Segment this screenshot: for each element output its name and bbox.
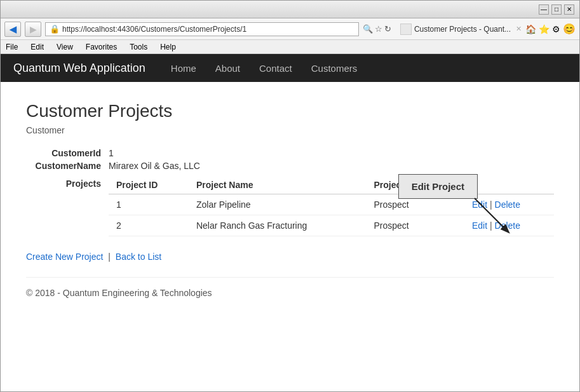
ie-smiley-icon[interactable]: 😊 bbox=[563, 23, 576, 35]
cell-project-state: Prospect bbox=[367, 215, 464, 236]
cell-project-name: Nelar Ranch Gas Fracturing bbox=[189, 215, 367, 236]
table-header: Project ID Project Name Project State bbox=[109, 176, 554, 194]
callout-label: Edit Project bbox=[412, 181, 464, 192]
footer-divider: | bbox=[108, 252, 113, 262]
menu-file[interactable]: File bbox=[3, 41, 20, 53]
col-actions bbox=[464, 176, 554, 194]
customer-name-row: CustomerName Mirarex Oil & Gas, LLC bbox=[26, 161, 554, 171]
copyright: © 2018 - Quantum Engineering & Technolog… bbox=[26, 277, 554, 298]
customer-name-value: Mirarex Oil & Gas, LLC bbox=[109, 161, 200, 171]
address-icons: 🔍 ☆ ↻ bbox=[363, 24, 391, 34]
col-project-name: Project Name bbox=[189, 176, 367, 194]
title-bar-buttons: — □ ✕ bbox=[539, 4, 574, 15]
footer-links: Create New Project | Back to List bbox=[26, 252, 554, 262]
section-label: Customer bbox=[26, 125, 554, 135]
nav-link-customers[interactable]: Customers bbox=[311, 63, 358, 74]
menu-favorites[interactable]: Favorites bbox=[83, 41, 119, 53]
callout-arrow bbox=[471, 195, 516, 240]
tab-title-text: Customer Projects - Quant... bbox=[414, 25, 511, 34]
menu-help[interactable]: Help bbox=[158, 41, 179, 53]
back-button[interactable]: ◀ bbox=[4, 22, 21, 37]
tab-favicon bbox=[400, 24, 412, 35]
refresh-icon[interactable]: ↻ bbox=[384, 24, 391, 34]
bookmark-icon[interactable]: ☆ bbox=[375, 24, 382, 34]
menu-bar: File Edit View Favorites Tools Help bbox=[1, 40, 579, 54]
ie-star-icon[interactable]: ⭐ bbox=[539, 24, 550, 34]
cell-project-id: 1 bbox=[109, 194, 189, 215]
nav-link-home[interactable]: Home bbox=[171, 63, 196, 74]
cell-project-id: 2 bbox=[109, 215, 189, 236]
page-title: Customer Projects bbox=[26, 101, 554, 121]
nav-link-contact[interactable]: Contact bbox=[259, 63, 292, 74]
close-button[interactable]: ✕ bbox=[564, 4, 574, 15]
menu-edit[interactable]: Edit bbox=[28, 41, 46, 53]
app-navbar: Quantum Web Application Home About Conta… bbox=[1, 54, 579, 82]
app-brand: Quantum Web Application bbox=[13, 62, 145, 75]
edit-project-callout: Edit Project bbox=[398, 174, 478, 199]
cell-project-name: Zolar Pipeline bbox=[189, 194, 367, 215]
customer-name-label: CustomerName bbox=[26, 161, 109, 171]
create-new-project-link[interactable]: Create New Project bbox=[26, 252, 103, 262]
address-bar: ◀ ▶ 🔒 https://localhost:44306/Customers/… bbox=[1, 18, 579, 40]
customer-id-label: CustomerId bbox=[26, 148, 109, 158]
menu-view[interactable]: View bbox=[54, 41, 76, 53]
col-project-id: Project ID bbox=[109, 176, 189, 194]
ie-home-icon[interactable]: 🏠 bbox=[525, 24, 536, 34]
url-text: https://localhost:44306/Customers/Custom… bbox=[62, 25, 246, 34]
forward-button[interactable]: ▶ bbox=[25, 22, 41, 37]
nav-link-about[interactable]: About bbox=[215, 63, 240, 74]
menu-tools[interactable]: Tools bbox=[127, 41, 150, 53]
search-icon[interactable]: 🔍 bbox=[363, 24, 373, 34]
svg-line-1 bbox=[475, 198, 508, 232]
maximize-button[interactable]: □ bbox=[551, 4, 562, 15]
customer-id-value: 1 bbox=[109, 148, 114, 158]
tab-close-btn[interactable]: ✕ bbox=[516, 25, 522, 33]
ie-gear-icon[interactable]: ⚙ bbox=[552, 24, 560, 34]
url-bar[interactable]: 🔒 https://localhost:44306/Customers/Cust… bbox=[45, 22, 359, 36]
page-content: Edit Project Customer Projects Customer … bbox=[1, 82, 579, 336]
back-to-list-link[interactable]: Back to List bbox=[116, 252, 161, 262]
minimize-button[interactable]: — bbox=[539, 4, 549, 15]
projects-label: Projects bbox=[26, 176, 109, 236]
customer-id-row: CustomerId 1 bbox=[26, 148, 554, 158]
browser-window: — □ ✕ ◀ ▶ 🔒 https://localhost:44306/Cust… bbox=[0, 0, 580, 392]
title-bar: — □ ✕ bbox=[1, 1, 579, 18]
